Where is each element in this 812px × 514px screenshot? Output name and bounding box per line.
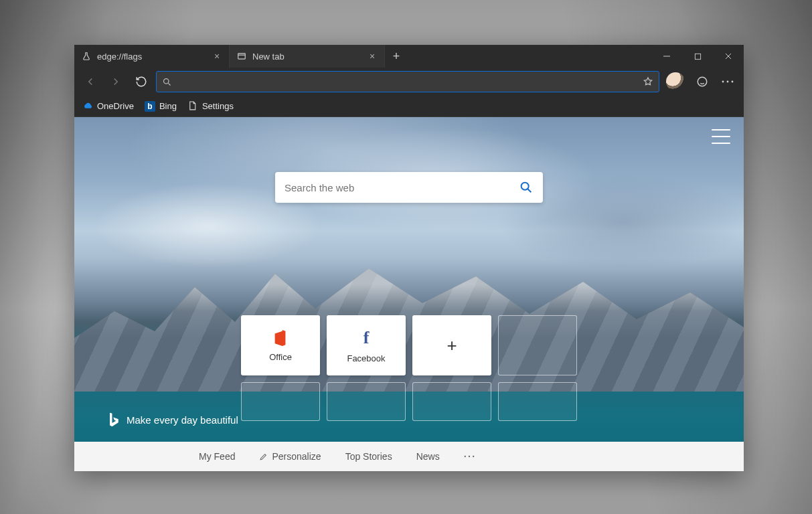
feed-my-feed[interactable]: My Feed bbox=[199, 451, 235, 462]
search-icon[interactable] bbox=[519, 180, 534, 195]
favorite-label: OneDrive bbox=[97, 101, 134, 111]
feed-top-stories[interactable]: Top Stories bbox=[345, 451, 392, 462]
favorite-settings[interactable]: Settings bbox=[187, 101, 234, 112]
tile-add[interactable]: + bbox=[412, 315, 491, 375]
svg-rect-0 bbox=[238, 54, 246, 59]
plus-icon: + bbox=[446, 335, 457, 356]
new-tab-button[interactable]: + bbox=[385, 45, 408, 68]
window-controls bbox=[651, 45, 744, 68]
bing-icon: b bbox=[145, 101, 155, 112]
newtab-content: Office f Facebook + bbox=[74, 117, 744, 471]
svg-point-8 bbox=[464, 456, 465, 457]
tile-placeholder bbox=[498, 382, 577, 421]
more-menu-icon[interactable] bbox=[717, 71, 738, 92]
address-input[interactable] bbox=[176, 76, 643, 87]
svg-point-5 bbox=[727, 81, 729, 83]
web-search-input[interactable] bbox=[285, 182, 519, 193]
top-sites: Office f Facebook + bbox=[155, 315, 663, 421]
sky-decoration bbox=[74, 117, 744, 298]
tile-facebook[interactable]: f Facebook bbox=[327, 315, 406, 375]
bing-logo-icon bbox=[108, 412, 120, 427]
back-button[interactable] bbox=[80, 71, 101, 92]
favorite-label: Bing bbox=[159, 101, 177, 111]
svg-point-10 bbox=[473, 456, 474, 457]
tab-title: New tab bbox=[252, 52, 361, 62]
search-icon bbox=[162, 77, 172, 87]
feed-personalize[interactable]: Personalize bbox=[259, 451, 321, 462]
newtab-icon bbox=[236, 51, 247, 62]
close-window-button[interactable] bbox=[713, 45, 744, 68]
feed-news[interactable]: News bbox=[416, 451, 440, 462]
tab-strip: edge://flags × New tab × + bbox=[74, 45, 744, 68]
svg-point-4 bbox=[722, 81, 724, 83]
pencil-icon bbox=[259, 452, 268, 461]
tab-title: edge://flags bbox=[97, 52, 206, 62]
feedback-icon[interactable] bbox=[692, 71, 713, 92]
profile-avatar[interactable] bbox=[666, 72, 685, 91]
page-icon bbox=[187, 101, 198, 112]
office-icon bbox=[272, 329, 289, 347]
feed-bar: My Feed Personalize Top Stories News bbox=[74, 442, 744, 471]
refresh-button[interactable] bbox=[131, 71, 152, 92]
feed-label: Personalize bbox=[272, 451, 321, 462]
svg-point-3 bbox=[698, 77, 707, 86]
flask-icon bbox=[81, 51, 92, 62]
address-bar[interactable] bbox=[156, 71, 659, 92]
tile-placeholder bbox=[412, 382, 491, 421]
page-settings-button[interactable] bbox=[712, 129, 730, 144]
svg-point-9 bbox=[469, 456, 470, 457]
onedrive-icon bbox=[82, 101, 93, 112]
feed-label: Top Stories bbox=[345, 451, 392, 462]
tile-placeholder bbox=[498, 315, 577, 375]
favorite-label: Settings bbox=[202, 101, 234, 111]
tab-flags[interactable]: edge://flags × bbox=[74, 45, 230, 68]
minimize-button[interactable] bbox=[651, 45, 682, 68]
maximize-button[interactable] bbox=[682, 45, 713, 68]
svg-point-6 bbox=[732, 81, 734, 83]
tab-newtab[interactable]: New tab × bbox=[230, 45, 385, 68]
favorite-star-icon[interactable] bbox=[643, 76, 653, 87]
favorite-onedrive[interactable]: OneDrive bbox=[82, 101, 134, 112]
svg-point-2 bbox=[164, 78, 169, 84]
bing-tagline: Make every day beautiful bbox=[108, 412, 238, 427]
svg-rect-1 bbox=[695, 54, 700, 59]
feed-more-icon[interactable] bbox=[464, 455, 475, 458]
toolbar bbox=[74, 68, 744, 96]
favorites-bar: OneDrive b Bing Settings bbox=[74, 96, 744, 117]
tile-office[interactable]: Office bbox=[241, 315, 320, 375]
browser-window: edge://flags × New tab × + bbox=[74, 45, 744, 471]
tile-label: Facebook bbox=[347, 353, 385, 363]
feed-label: News bbox=[416, 451, 440, 462]
forward-button[interactable] bbox=[105, 71, 127, 92]
feed-label: My Feed bbox=[199, 451, 235, 462]
close-icon[interactable]: × bbox=[367, 51, 378, 62]
svg-point-7 bbox=[521, 183, 529, 190]
tile-label: Office bbox=[269, 352, 292, 362]
tile-placeholder bbox=[327, 382, 406, 421]
tile-placeholder bbox=[241, 382, 320, 421]
close-icon[interactable]: × bbox=[212, 51, 222, 62]
web-search-box[interactable] bbox=[275, 172, 543, 203]
facebook-icon: f bbox=[363, 328, 370, 348]
favorite-bing[interactable]: b Bing bbox=[145, 101, 177, 112]
bing-tagline-text: Make every day beautiful bbox=[127, 414, 238, 426]
